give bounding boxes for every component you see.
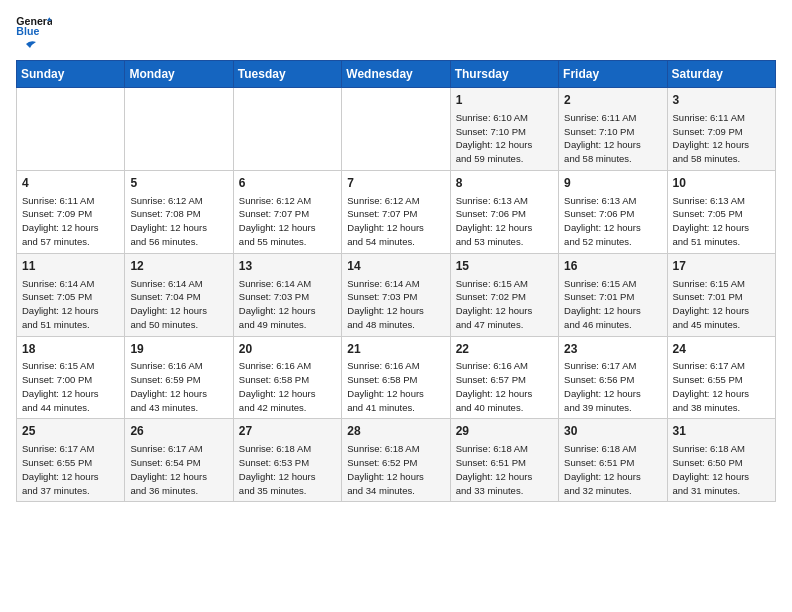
day-number: 29 bbox=[456, 423, 553, 440]
calendar-cell: 10Sunrise: 6:13 AM Sunset: 7:05 PM Dayli… bbox=[667, 170, 775, 253]
calendar-cell: 16Sunrise: 6:15 AM Sunset: 7:01 PM Dayli… bbox=[559, 253, 667, 336]
calendar-cell: 24Sunrise: 6:17 AM Sunset: 6:55 PM Dayli… bbox=[667, 336, 775, 419]
calendar-cell: 14Sunrise: 6:14 AM Sunset: 7:03 PM Dayli… bbox=[342, 253, 450, 336]
calendar-cell: 13Sunrise: 6:14 AM Sunset: 7:03 PM Dayli… bbox=[233, 253, 341, 336]
day-number: 30 bbox=[564, 423, 661, 440]
day-info: Sunrise: 6:12 AM Sunset: 7:07 PM Dayligh… bbox=[239, 194, 336, 249]
day-number: 14 bbox=[347, 258, 444, 275]
day-number: 3 bbox=[673, 92, 770, 109]
calendar-cell: 8Sunrise: 6:13 AM Sunset: 7:06 PM Daylig… bbox=[450, 170, 558, 253]
calendar-week-row: 18Sunrise: 6:15 AM Sunset: 7:00 PM Dayli… bbox=[17, 336, 776, 419]
day-number: 28 bbox=[347, 423, 444, 440]
day-number: 21 bbox=[347, 341, 444, 358]
day-info: Sunrise: 6:15 AM Sunset: 7:01 PM Dayligh… bbox=[564, 277, 661, 332]
day-info: Sunrise: 6:14 AM Sunset: 7:03 PM Dayligh… bbox=[347, 277, 444, 332]
day-number: 13 bbox=[239, 258, 336, 275]
logo-icon: General Blue bbox=[16, 16, 52, 36]
day-info: Sunrise: 6:12 AM Sunset: 7:08 PM Dayligh… bbox=[130, 194, 227, 249]
calendar-cell: 1Sunrise: 6:10 AM Sunset: 7:10 PM Daylig… bbox=[450, 88, 558, 171]
day-number: 12 bbox=[130, 258, 227, 275]
calendar-table: SundayMondayTuesdayWednesdayThursdayFrid… bbox=[16, 60, 776, 502]
calendar-week-row: 4Sunrise: 6:11 AM Sunset: 7:09 PM Daylig… bbox=[17, 170, 776, 253]
day-number: 6 bbox=[239, 175, 336, 192]
svg-text:Blue: Blue bbox=[16, 25, 39, 36]
day-number: 8 bbox=[456, 175, 553, 192]
day-info: Sunrise: 6:18 AM Sunset: 6:52 PM Dayligh… bbox=[347, 442, 444, 497]
day-number: 10 bbox=[673, 175, 770, 192]
day-info: Sunrise: 6:15 AM Sunset: 7:00 PM Dayligh… bbox=[22, 359, 119, 414]
calendar-cell: 22Sunrise: 6:16 AM Sunset: 6:57 PM Dayli… bbox=[450, 336, 558, 419]
day-number: 7 bbox=[347, 175, 444, 192]
calendar-cell: 18Sunrise: 6:15 AM Sunset: 7:00 PM Dayli… bbox=[17, 336, 125, 419]
day-info: Sunrise: 6:11 AM Sunset: 7:10 PM Dayligh… bbox=[564, 111, 661, 166]
weekday-header-thursday: Thursday bbox=[450, 61, 558, 88]
day-info: Sunrise: 6:14 AM Sunset: 7:05 PM Dayligh… bbox=[22, 277, 119, 332]
logo-bird-icon bbox=[16, 40, 36, 54]
day-info: Sunrise: 6:16 AM Sunset: 6:58 PM Dayligh… bbox=[347, 359, 444, 414]
calendar-cell: 5Sunrise: 6:12 AM Sunset: 7:08 PM Daylig… bbox=[125, 170, 233, 253]
weekday-header-wednesday: Wednesday bbox=[342, 61, 450, 88]
day-number: 16 bbox=[564, 258, 661, 275]
day-number: 24 bbox=[673, 341, 770, 358]
weekday-header-friday: Friday bbox=[559, 61, 667, 88]
day-info: Sunrise: 6:11 AM Sunset: 7:09 PM Dayligh… bbox=[673, 111, 770, 166]
day-number: 20 bbox=[239, 341, 336, 358]
day-number: 2 bbox=[564, 92, 661, 109]
calendar-cell bbox=[342, 88, 450, 171]
day-info: Sunrise: 6:13 AM Sunset: 7:06 PM Dayligh… bbox=[456, 194, 553, 249]
day-info: Sunrise: 6:16 AM Sunset: 6:59 PM Dayligh… bbox=[130, 359, 227, 414]
day-info: Sunrise: 6:12 AM Sunset: 7:07 PM Dayligh… bbox=[347, 194, 444, 249]
day-info: Sunrise: 6:17 AM Sunset: 6:56 PM Dayligh… bbox=[564, 359, 661, 414]
calendar-cell: 2Sunrise: 6:11 AM Sunset: 7:10 PM Daylig… bbox=[559, 88, 667, 171]
day-info: Sunrise: 6:11 AM Sunset: 7:09 PM Dayligh… bbox=[22, 194, 119, 249]
day-number: 25 bbox=[22, 423, 119, 440]
logo: General Blue bbox=[16, 16, 52, 50]
day-number: 11 bbox=[22, 258, 119, 275]
day-number: 1 bbox=[456, 92, 553, 109]
calendar-cell: 9Sunrise: 6:13 AM Sunset: 7:06 PM Daylig… bbox=[559, 170, 667, 253]
day-number: 31 bbox=[673, 423, 770, 440]
page-header: General Blue bbox=[16, 16, 776, 50]
day-info: Sunrise: 6:16 AM Sunset: 6:58 PM Dayligh… bbox=[239, 359, 336, 414]
calendar-cell: 11Sunrise: 6:14 AM Sunset: 7:05 PM Dayli… bbox=[17, 253, 125, 336]
day-number: 9 bbox=[564, 175, 661, 192]
calendar-week-row: 25Sunrise: 6:17 AM Sunset: 6:55 PM Dayli… bbox=[17, 419, 776, 502]
day-number: 17 bbox=[673, 258, 770, 275]
calendar-cell: 20Sunrise: 6:16 AM Sunset: 6:58 PM Dayli… bbox=[233, 336, 341, 419]
day-number: 19 bbox=[130, 341, 227, 358]
calendar-cell: 23Sunrise: 6:17 AM Sunset: 6:56 PM Dayli… bbox=[559, 336, 667, 419]
calendar-cell bbox=[17, 88, 125, 171]
weekday-header-sunday: Sunday bbox=[17, 61, 125, 88]
calendar-cell: 6Sunrise: 6:12 AM Sunset: 7:07 PM Daylig… bbox=[233, 170, 341, 253]
calendar-cell: 31Sunrise: 6:18 AM Sunset: 6:50 PM Dayli… bbox=[667, 419, 775, 502]
day-info: Sunrise: 6:14 AM Sunset: 7:03 PM Dayligh… bbox=[239, 277, 336, 332]
calendar-cell: 27Sunrise: 6:18 AM Sunset: 6:53 PM Dayli… bbox=[233, 419, 341, 502]
calendar-cell: 19Sunrise: 6:16 AM Sunset: 6:59 PM Dayli… bbox=[125, 336, 233, 419]
day-number: 5 bbox=[130, 175, 227, 192]
weekday-header-saturday: Saturday bbox=[667, 61, 775, 88]
calendar-cell: 12Sunrise: 6:14 AM Sunset: 7:04 PM Dayli… bbox=[125, 253, 233, 336]
calendar-cell bbox=[125, 88, 233, 171]
calendar-week-row: 1Sunrise: 6:10 AM Sunset: 7:10 PM Daylig… bbox=[17, 88, 776, 171]
calendar-week-row: 11Sunrise: 6:14 AM Sunset: 7:05 PM Dayli… bbox=[17, 253, 776, 336]
day-number: 27 bbox=[239, 423, 336, 440]
calendar-cell: 26Sunrise: 6:17 AM Sunset: 6:54 PM Dayli… bbox=[125, 419, 233, 502]
day-number: 26 bbox=[130, 423, 227, 440]
day-info: Sunrise: 6:17 AM Sunset: 6:54 PM Dayligh… bbox=[130, 442, 227, 497]
weekday-header-monday: Monday bbox=[125, 61, 233, 88]
day-number: 23 bbox=[564, 341, 661, 358]
weekday-header-row: SundayMondayTuesdayWednesdayThursdayFrid… bbox=[17, 61, 776, 88]
day-info: Sunrise: 6:16 AM Sunset: 6:57 PM Dayligh… bbox=[456, 359, 553, 414]
day-info: Sunrise: 6:18 AM Sunset: 6:50 PM Dayligh… bbox=[673, 442, 770, 497]
calendar-cell: 25Sunrise: 6:17 AM Sunset: 6:55 PM Dayli… bbox=[17, 419, 125, 502]
day-info: Sunrise: 6:10 AM Sunset: 7:10 PM Dayligh… bbox=[456, 111, 553, 166]
calendar-cell: 17Sunrise: 6:15 AM Sunset: 7:01 PM Dayli… bbox=[667, 253, 775, 336]
day-number: 4 bbox=[22, 175, 119, 192]
day-info: Sunrise: 6:18 AM Sunset: 6:51 PM Dayligh… bbox=[564, 442, 661, 497]
calendar-cell: 7Sunrise: 6:12 AM Sunset: 7:07 PM Daylig… bbox=[342, 170, 450, 253]
calendar-cell: 29Sunrise: 6:18 AM Sunset: 6:51 PM Dayli… bbox=[450, 419, 558, 502]
day-info: Sunrise: 6:14 AM Sunset: 7:04 PM Dayligh… bbox=[130, 277, 227, 332]
day-number: 18 bbox=[22, 341, 119, 358]
day-info: Sunrise: 6:13 AM Sunset: 7:06 PM Dayligh… bbox=[564, 194, 661, 249]
day-info: Sunrise: 6:17 AM Sunset: 6:55 PM Dayligh… bbox=[673, 359, 770, 414]
